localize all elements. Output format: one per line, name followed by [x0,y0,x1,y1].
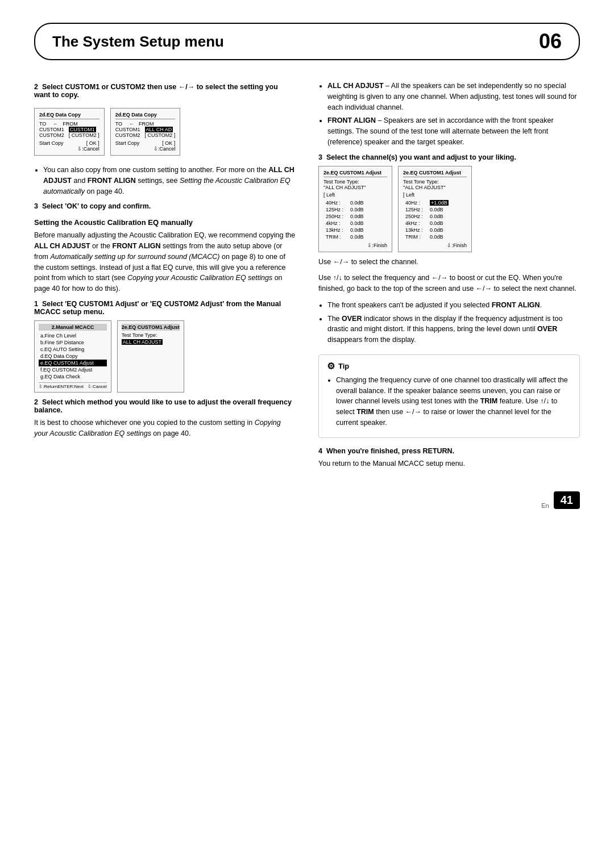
menu-item-1: a.Fine Ch Level [39,332,107,339]
step2-heading: 2 Select CUSTOM1 or CUSTOM2 then use ←/→… [34,83,296,99]
screen-row-header: TO←FROM [39,121,99,127]
step3b-heading: 3 Select the channel(s) you want and adj… [318,153,580,161]
manual-mcacc-screen: 2.Manual MCACC a.Fine Ch Level b.Fine SP… [34,320,111,393]
menu-item-5-selected: e.EQ CUSTOM1 Adjust [39,360,107,366]
eq-tone-value: ALL CH ADJUST [122,339,163,345]
step4-body: You return to the Manual MCACC setup men… [318,458,580,469]
screen-btns-2: Start Copy[ OK ] [115,140,176,146]
eq-s1-title: 2e.EQ CUSTOM1 Adjust [323,170,387,177]
menu-item-7: g.EQ Data Check [39,373,107,380]
bullet-frontalign: FRONT ALIGN – Speakers are set in accord… [327,115,580,147]
step1b-heading: 1 Select 'EQ CUSTOM1 Adjust' or 'EQ CUST… [34,300,296,316]
step4-heading: 4 When you're finished, press RETURN. [318,447,580,455]
screen-row-custom1: CUSTOM1 CUSTOM1 [39,127,99,132]
eq-s2-table: 40Hz : +1.0dB 125Hz :0.0dB 250Hz :0.0dB … [403,199,451,241]
tip-body: Changing the frequency curve of one chan… [336,375,571,428]
menu-item-2: b.Fine SP Distance [39,339,107,346]
menu-item-6: f.EQ CUSTOM2 Adjust [39,366,107,373]
page-title: The System Setup menu [52,33,224,51]
eq-adjust-screen-2: 2e.EQ CUSTOM1 Adjust Test Tone Type: "AL… [398,166,472,252]
right-bullets-top: ALL CH ADJUST – All the speakers can be … [327,81,580,148]
tip-icon: ⚙ [327,361,335,372]
eq-custom1-screen: 2e.EQ CUSTOM1 Adjust Test Tone Type: ALL… [117,320,184,393]
bullet-copy-info: You can also copy from one custom settin… [43,165,296,197]
eq-s1-finish: ⇩:Finish [323,243,387,248]
eq-s1-tone-label: Test Tone Type: [323,179,387,185]
tip-bullets: Changing the frequency curve of one chan… [336,375,571,428]
eq-manual-body1: Before manually adjusting the Acoustic C… [34,230,296,294]
eq-s2-tone-value: "ALL CH ADJUST" [403,185,467,190]
right-column: ALL CH ADJUST – All the speakers can be … [318,77,580,474]
eq-s2-finish: ⇩:Finish [403,243,467,248]
eq-s1-table: 40Hz :0.0dB 125Hz :0.0dB 250Hz :0.0dB 4k… [323,199,366,241]
tip-box: ⚙ Tip Changing the frequency curve of on… [318,354,580,438]
tip-label: Tip [338,362,349,370]
page-footer: En 41 [34,491,580,509]
menu-item-4: d.EQ Data Copy [39,353,107,360]
page-number: 41 [554,491,580,509]
eq-s2-ch: [ Left [403,192,467,198]
page-header: The System Setup menu 06 [34,23,580,60]
manual-mcacc-screens: 2.Manual MCACC a.Fine Ch Level b.Fine SP… [34,320,296,393]
eq-adjust-screens: 2e.EQ CUSTOM1 Adjust Test Tone Type: "AL… [318,166,580,252]
screen-eq-copy-2: 2d.EQ Data Copy TO←FROM CUSTOM1 ALL CH A… [110,108,181,156]
manual-mcacc-bottom: ⇩:Return ENTER:Next ⇩:Cancel [39,382,107,389]
step2b-heading: 2 Select which method you would like to … [34,398,296,414]
screen-btns-1: Start Copy[ OK ] [39,140,99,146]
screen-eq-copy-1: 2d.EQ Data Copy TO←FROM CUSTOM1 CUSTOM1 … [34,108,105,156]
eq-s2-title: 2e.EQ CUSTOM1 Adjust [403,170,467,177]
eq-s1-tone-value: "ALL CH ADJUST" [323,185,387,190]
screen-row-custom2-2: CUSTOM2[ CUSTOM2 ] [115,132,176,138]
use-select-channel: Use ←/→ to select the channel. [318,257,580,268]
tip-heading: ⚙ Tip [327,361,571,372]
subsection-eq-manual: Setting the Acoustic Calibration EQ manu… [34,218,296,227]
bullet-over-indicator: The OVER indicator shows in the display … [327,314,580,345]
eq-tone-label: Test Tone Type: [122,332,180,338]
screen-title-2: 2d.EQ Data Copy [115,112,176,119]
chapter-number: 06 [539,30,562,53]
step2-bullets: You can also copy from one custom settin… [43,165,296,197]
use-select-freq: Use ↑/↓ to select the frequency and ←/→ … [318,273,580,294]
right-bullets-mid: The front speakers can't be adjusted if … [327,300,580,345]
screen-cancel-2: ⇩:Cancel [115,146,176,152]
screen-row-header-2: TO←FROM [115,121,176,127]
manual-mcacc-title: 2.Manual MCACC [39,324,107,331]
bullet-allch: ALL CH ADJUST – All the speakers can be … [327,81,580,112]
eq-s1-ch: [ Left [323,192,387,198]
step2b-body: It is best to choose whichever one you c… [34,418,296,439]
eq-s2-tone-label: Test Tone Type: [403,179,467,185]
lang-label: En [541,502,549,509]
screen-row-custom1-2: CUSTOM1 ALL CH AD [115,127,176,132]
screen-cancel-1: ⇩:Cancel [39,146,99,152]
eq-custom1-title: 2e.EQ CUSTOM1 Adjust [122,324,180,331]
screen-title-1: 2d.EQ Data Copy [39,112,99,119]
left-column: 2 Select CUSTOM1 or CUSTOM2 then use ←/→… [34,77,296,474]
step2-screens: 2d.EQ Data Copy TO←FROM CUSTOM1 CUSTOM1 … [34,103,296,160]
eq-adjust-screen-1: 2e.EQ CUSTOM1 Adjust Test Tone Type: "AL… [318,166,392,252]
menu-item-3: c.EQ AUTO Setting [39,346,107,353]
eq-40hz-highlight: +1.0dB [430,200,449,206]
step3-heading: 3 Select 'OK' to copy and confirm. [34,202,296,210]
bullet-front-align-note: The front speakers can't be adjusted if … [327,300,580,311]
screen-row-custom2: CUSTOM2[ CUSTOM2 ] [39,132,99,138]
